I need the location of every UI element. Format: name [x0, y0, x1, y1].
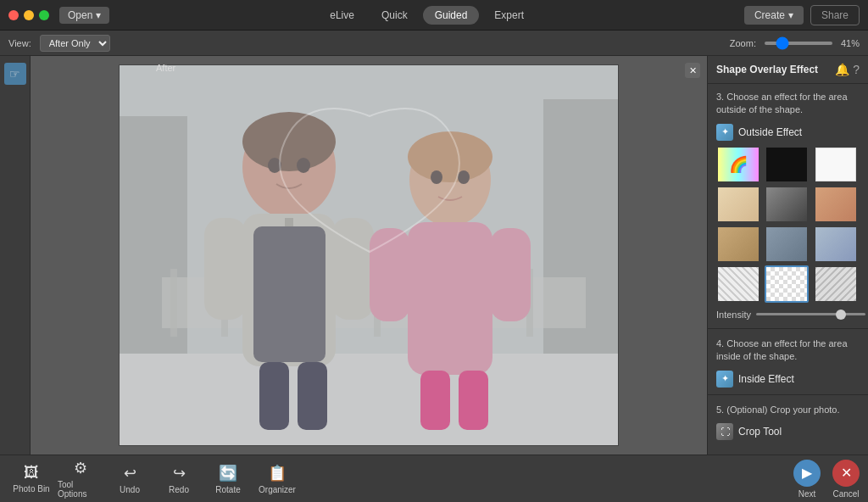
open-button[interactable]: Open ▾	[59, 7, 109, 24]
inside-effect-header[interactable]: ✦ Inside Effect	[708, 367, 868, 393]
effect-thumb-cool-bw[interactable]	[765, 226, 809, 263]
tab-quick[interactable]: Quick	[370, 6, 420, 25]
outside-effect-label: Outside Effect	[738, 126, 802, 138]
create-label: Create	[754, 9, 785, 21]
next-circle: ▶	[793, 460, 821, 487]
rotate-icon: 🔄	[219, 464, 237, 482]
organizer-icon: 📋	[268, 464, 287, 482]
view-label: View:	[8, 38, 31, 48]
outside-effect-grid: 🌈	[708, 146, 868, 308]
rotate-label: Rotate	[215, 485, 240, 494]
view-select[interactable]: After Only	[40, 35, 110, 52]
panel-icons: 🔔 ?	[835, 63, 860, 76]
next-button[interactable]: ▶ Next	[793, 460, 821, 499]
crop-tool-header[interactable]: ⛶ Crop Tool	[708, 420, 868, 445]
crop-tool-icon: ⛶	[716, 423, 733, 440]
svg-rect-32	[298, 362, 327, 430]
close-button[interactable]	[8, 10, 19, 20]
zoom-percent: 41%	[841, 38, 860, 48]
after-label: After	[156, 63, 175, 73]
section4-text: 4. Choose an effect for the area inside …	[708, 331, 868, 367]
effect-thumb-rainbow[interactable]: 🌈	[716, 146, 760, 183]
hand-tool[interactable]: ☞	[4, 63, 26, 85]
redo-icon: ↪	[173, 464, 186, 482]
svg-rect-33	[420, 371, 450, 430]
canvas-area: After ✕	[31, 56, 707, 455]
tab-guided[interactable]: Guided	[423, 6, 480, 25]
bell-icon-button[interactable]: 🔔	[835, 63, 849, 76]
canvas-close-button[interactable]: ✕	[685, 63, 700, 78]
photo-bin-tool[interactable]: 🖼 Photo Bin	[8, 459, 54, 499]
photo-bin-icon: 🖼	[24, 464, 39, 482]
toolbar: View: After Only Zoom: 41%	[0, 31, 868, 56]
intensity-slider[interactable]	[756, 313, 865, 315]
next-label: Next	[798, 489, 816, 499]
divider-1	[708, 328, 868, 329]
intensity-label: Intensity	[716, 310, 751, 320]
section3-text: 3. Choose an effect for the area outside…	[708, 84, 868, 120]
share-button[interactable]: Share	[810, 5, 860, 25]
undo-icon: ↩	[124, 464, 136, 482]
open-label: Open	[68, 9, 92, 21]
minimize-button[interactable]	[24, 10, 34, 20]
right-buttons: Create ▾ Share	[744, 5, 860, 25]
tool-options-icon: ⚙	[74, 459, 87, 477]
inside-effect-icon: ✦	[716, 371, 733, 388]
tab-elive[interactable]: eLive	[318, 6, 366, 25]
outside-effect-icon: ✦	[716, 124, 733, 141]
tool-options-label: Tool Options	[58, 480, 103, 499]
maximize-button[interactable]	[39, 10, 49, 20]
crop-tool-label: Crop Tool	[738, 426, 782, 438]
question-icon-button[interactable]: ?	[853, 63, 860, 76]
outside-effect-header: ✦ Outside Effect	[708, 120, 868, 146]
effect-thumb-transparent[interactable]	[765, 265, 809, 303]
nav-tabs: eLive Quick Guided Expert	[109, 6, 744, 25]
effect-thumb-sepia[interactable]	[716, 186, 760, 223]
effect-thumb-blue-tint[interactable]	[814, 226, 858, 263]
effect-thumb-bw[interactable]	[765, 186, 809, 223]
titlebar: Open ▾ eLive Quick Guided Expert Create …	[0, 0, 868, 31]
photo-bin-label: Photo Bin	[13, 484, 49, 494]
organizer-label: Organizer	[259, 485, 296, 494]
effect-thumb-white[interactable]	[814, 146, 858, 183]
effect-thumb-warm[interactable]	[814, 186, 858, 223]
create-arrow: ▾	[788, 9, 793, 21]
tool-options-tool[interactable]: ⚙ Tool Options	[58, 459, 103, 499]
redo-tool[interactable]: ↪ Redo	[156, 459, 202, 499]
main-area: ☞ After ✕	[0, 56, 868, 455]
photo-svg	[120, 65, 619, 446]
canvas-image	[119, 64, 619, 446]
effect-thumb-dots[interactable]	[716, 265, 760, 303]
zoom-label: Zoom:	[730, 38, 756, 48]
redo-label: Redo	[169, 485, 189, 494]
photo-background	[120, 65, 618, 445]
effect-thumb-tan[interactable]	[716, 226, 760, 263]
create-button[interactable]: Create ▾	[744, 6, 804, 25]
traffic-lights	[8, 10, 49, 20]
organizer-tool[interactable]: 📋 Organizer	[254, 459, 300, 499]
cancel-label: Cancel	[832, 489, 859, 499]
intensity-row: Intensity	[708, 308, 868, 326]
rotate-tool[interactable]: 🔄 Rotate	[205, 459, 251, 499]
effect-thumb-black[interactable]	[765, 146, 809, 183]
right-panel: Shape Overlay Effect 🔔 ? 3. Choose an ef…	[707, 56, 868, 455]
panel-title: Shape Overlay Effect	[716, 64, 830, 75]
cancel-circle: ✕	[832, 460, 860, 487]
undo-label: Undo	[120, 485, 140, 494]
svg-rect-34	[459, 371, 488, 430]
zoom-slider[interactable]	[765, 42, 832, 45]
cancel-button[interactable]: ✕ Cancel	[832, 460, 860, 499]
undo-tool[interactable]: ↩ Undo	[107, 459, 153, 499]
section5-text: 5. (Optional) Crop your photo.	[708, 397, 868, 420]
tab-expert[interactable]: Expert	[482, 6, 536, 25]
panel-header: Shape Overlay Effect 🔔 ?	[708, 56, 868, 84]
divider-2	[708, 394, 868, 395]
effect-thumb-dots2[interactable]	[814, 265, 858, 303]
inside-effect-label: Inside Effect	[738, 373, 794, 385]
left-panel: ☞	[0, 56, 31, 455]
bottom-toolbar: 🖼 Photo Bin ⚙ Tool Options ↩ Undo ↪ Redo…	[0, 455, 868, 502]
svg-rect-31	[259, 362, 289, 430]
open-dropdown-arrow: ▾	[96, 9, 101, 21]
